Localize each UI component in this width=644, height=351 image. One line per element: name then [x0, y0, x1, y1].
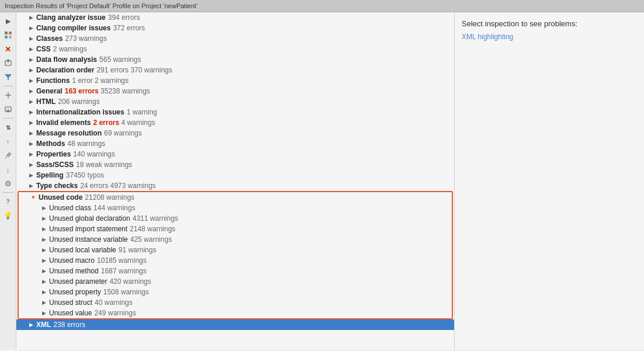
item-count: 291 errors 370 warnings [96, 66, 172, 74]
tree-item-message-resolution[interactable]: ▶ Message resolution 69 warnings [16, 128, 454, 138]
item-count: 372 errors [113, 24, 145, 32]
item-count: 40 warnings [95, 298, 133, 307]
expand-arrow-html: ▶ [27, 98, 35, 106]
tree-item-unused-instance-variable[interactable]: ▶ Unused instance variable 425 warnings [19, 234, 452, 245]
tree-item-spelling[interactable]: ▶ Spelling 37450 typos [16, 170, 454, 180]
tree-item-html[interactable]: ▶ HTML 206 warnings [16, 96, 454, 107]
svg-rect-3 [9, 36, 12, 39]
tree-item-unused-import-statement[interactable]: ▶ Unused import statement 2148 warnings [19, 224, 452, 234]
tree-item-unused-method[interactable]: ▶ Unused method 1687 warnings [19, 266, 452, 276]
xml-highlighting-link[interactable]: XML highlighting [462, 33, 513, 41]
tree-item-unused-global-declaration[interactable]: ▶ Unused global declaration 4311 warning… [19, 213, 452, 224]
general-warnings: 35238 warnings [101, 87, 150, 95]
expand-all-button[interactable] [2, 89, 15, 102]
expand-arrow-unused-property: ▶ [40, 288, 48, 296]
tree-item-properties[interactable]: ▶ Properties 140 warnings [16, 149, 454, 159]
tree-item-functions[interactable]: ▶ Functions 1 error 2 warnings [16, 75, 454, 86]
item-count: 565 warnings [99, 55, 141, 64]
tree-item-classes[interactable]: ▶ Classes 273 warnings [16, 33, 454, 44]
svg-line-11 [5, 157, 6, 158]
rerun-button[interactable] [2, 29, 15, 41]
item-label: Internationalization issues [36, 108, 124, 116]
item-label: Unused instance variable [49, 235, 128, 244]
tree-item-declaration-order[interactable]: ▶ Declaration order 291 errors 370 warni… [16, 65, 454, 75]
tree-item-xml[interactable]: ▶ XML 238 errors [16, 319, 454, 330]
expand-arrow-unused-code: ▼ [29, 193, 37, 201]
tools-button[interactable] [2, 149, 15, 162]
svg-rect-1 [9, 32, 12, 34]
tree-item-unused-value[interactable]: ▶ Unused value 249 warnings [19, 308, 452, 318]
tree-panel: ▶ Clang analyzer issue 394 errors ▶ Clan… [16, 12, 455, 349]
item-label: Functions [36, 77, 70, 85]
item-label: Unused class [49, 204, 91, 212]
right-panel: Select inspection to see problems: XML h… [455, 12, 644, 349]
help-button[interactable]: ? [2, 195, 15, 208]
item-label: Message resolution [36, 129, 102, 137]
item-label: Unused macro [49, 256, 95, 265]
tree-item-invalid-elements[interactable]: ▶ Invalid elements 2 errors 4 warnings [16, 117, 454, 128]
tree-item-clang-compiler[interactable]: ▶ Clang compiler issues 372 errors [16, 23, 454, 33]
item-count: 1 warning [127, 108, 157, 116]
expand-arrow-unused-method: ▶ [40, 267, 48, 275]
item-count: 206 warnings [58, 98, 99, 106]
item-label: Unused global declaration [49, 214, 130, 223]
tree-item-unused-parameter[interactable]: ▶ Unused parameter 420 warnings [19, 276, 452, 287]
svg-marker-6 [5, 74, 12, 80]
expand-arrow-invalid-elements: ▶ [27, 119, 35, 127]
expand-arrow-classes: ▶ [27, 34, 35, 43]
filter-button[interactable] [2, 71, 15, 84]
item-count: 1508 warnings [103, 288, 149, 296]
item-count: 10185 warnings [97, 256, 147, 265]
item-count: 48 warnings [67, 140, 105, 148]
tree-item-unused-local-variable[interactable]: ▶ Unused local variable 91 warnings [19, 245, 452, 255]
item-count: 140 warnings [73, 150, 115, 158]
item-label: Unused parameter [49, 277, 107, 286]
item-label: Clang compiler issues [36, 24, 110, 32]
general-errors: 163 errors [65, 87, 99, 95]
item-count: 425 warnings [130, 235, 172, 244]
item-count: 394 errors [108, 13, 140, 22]
tree-item-clang-analyzer[interactable]: ▶ Clang analyzer issue 394 errors [16, 12, 454, 23]
tree-item-sass-scss[interactable]: ▶ Sass/SCSS 18 weak warnings [16, 159, 454, 170]
gear-button[interactable]: ⚙ [2, 177, 15, 190]
expand-arrow-declaration-order: ▶ [27, 66, 35, 74]
tree-item-css[interactable]: ▶ CSS 2 warnings [16, 44, 454, 54]
item-label: Methods [36, 140, 65, 148]
tree-item-i18n[interactable]: ▶ Internationalization issues 1 warning [16, 107, 454, 117]
item-count: 1 error 2 warnings [72, 77, 129, 85]
tree-item-data-flow[interactable]: ▶ Data flow analysis 565 warnings [16, 54, 454, 65]
tree-item-unused-macro[interactable]: ▶ Unused macro 10185 warnings [19, 255, 452, 266]
tree-item-general[interactable]: ▶ General 163 errors 35238 warnings [16, 86, 454, 96]
sort-alpha-button[interactable]: ⇅ [2, 121, 15, 134]
item-count: 4311 warnings [133, 214, 178, 223]
play-button[interactable]: ▶ [2, 15, 15, 27]
export-button[interactable] [2, 57, 15, 69]
tree-item-unused-class[interactable]: ▶ Unused class 144 warnings [19, 203, 452, 213]
item-count-xml: 238 errors [53, 321, 85, 329]
item-count: 273 warnings [65, 34, 106, 43]
item-label: Type checks [36, 182, 78, 190]
invalid-warnings: 4 warnings [121, 119, 155, 127]
tree-item-methods[interactable]: ▶ Methods 48 warnings [16, 138, 454, 149]
item-count: 249 warnings [94, 309, 136, 317]
item-label: Unused local variable [49, 246, 116, 254]
import-button[interactable] [2, 103, 15, 116]
expand-arrow-clang-compiler: ▶ [27, 24, 35, 32]
move-up-button[interactable]: ↑ [2, 135, 15, 148]
expand-arrow-i18n: ▶ [27, 108, 35, 116]
item-count: 91 warnings [119, 246, 157, 254]
tree-item-unused-code[interactable]: ▼ Unused code 21208 warnings [19, 192, 452, 203]
expand-arrow-general: ▶ [27, 87, 35, 95]
item-label: Unused method [49, 267, 99, 275]
tree-item-unused-struct[interactable]: ▶ Unused struct 40 warnings [19, 297, 452, 308]
left-toolbar: ▶ ✕ [0, 12, 16, 349]
item-count: 163 errors 35238 warnings [65, 87, 150, 95]
tree-item-unused-property[interactable]: ▶ Unused property 1508 warnings [19, 287, 452, 297]
move-down-button[interactable]: ↓ [2, 163, 15, 176]
bulb-button[interactable]: 💡 [2, 209, 15, 222]
item-label: HTML [36, 98, 56, 106]
item-count: 37450 typos [66, 171, 104, 179]
item-count: 24 errors 4973 warnings [80, 182, 155, 190]
tree-item-type-checks[interactable]: ▶ Type checks 24 errors 4973 warnings [16, 180, 454, 191]
close-button[interactable]: ✕ [2, 43, 15, 55]
